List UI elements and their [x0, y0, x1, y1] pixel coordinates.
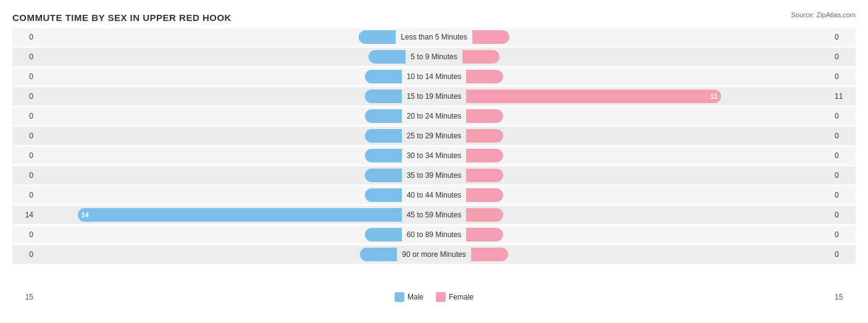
row-label: 30 to 34 Minutes — [402, 151, 467, 160]
female-value: 0 — [831, 72, 856, 81]
male-bar-half — [37, 90, 402, 103]
bar-section: 90 or more Minutes — [37, 245, 831, 264]
axis-right-label: 15 — [831, 293, 856, 301]
male-bar-half — [37, 109, 402, 123]
bar-section: 40 to 44 Minutes — [37, 186, 831, 204]
female-value: 0 — [831, 230, 856, 239]
male-value: 0 — [12, 230, 37, 239]
male-bar-half — [37, 188, 402, 202]
bar-section: 20 to 24 Minutes — [37, 107, 831, 125]
chart-container: COMMUTE TIME BY SEX IN UPPER RED HOOK So… — [0, 0, 868, 323]
female-value: 0 — [831, 171, 856, 180]
row-label: 45 to 59 Minutes — [402, 211, 467, 219]
chart-row: 020 to 24 Minutes0 — [12, 107, 856, 125]
row-label: 35 to 39 Minutes — [402, 171, 467, 180]
bar-section: 25 to 29 Minutes — [37, 127, 831, 145]
male-value: 0 — [12, 52, 37, 61]
male-value: 0 — [12, 132, 37, 140]
bar-section: 60 to 89 Minutes — [37, 225, 831, 244]
bar-row-inner: 60 to 89 Minutes — [37, 225, 831, 244]
male-bar-half — [37, 70, 402, 83]
bar-row-inner: 25 to 29 Minutes — [37, 127, 831, 145]
female-bar-badge: 11 — [710, 93, 721, 100]
male-bar-half — [37, 149, 402, 162]
bar-row-inner: 35 to 39 Minutes — [37, 166, 831, 185]
male-bar — [365, 70, 402, 83]
male-bar — [360, 248, 397, 261]
bar-section: 5 to 9 Minutes — [37, 48, 831, 66]
bar-row-inner: 90 or more Minutes — [37, 245, 831, 264]
female-bar — [466, 228, 503, 241]
male-value: 0 — [12, 191, 37, 199]
chart-row: 141445 to 59 Minutes0 — [12, 206, 856, 224]
female-bar-half — [466, 208, 831, 222]
female-value: 0 — [831, 33, 856, 41]
row-label: 40 to 44 Minutes — [402, 191, 467, 199]
chart-title: COMMUTE TIME BY SEX IN UPPER RED HOOK — [12, 12, 856, 23]
bar-row-inner: 15 to 19 Minutes11 — [37, 87, 831, 106]
row-label: 25 to 29 Minutes — [402, 132, 467, 140]
legend-female: Female — [436, 292, 474, 302]
female-bar-half — [466, 129, 831, 143]
male-bar-half — [37, 228, 402, 241]
male-value: 0 — [12, 151, 37, 160]
chart-row: 0Less than 5 Minutes0 — [12, 28, 856, 46]
female-value: 0 — [831, 191, 856, 199]
chart-row: 010 to 14 Minutes0 — [12, 67, 856, 86]
bar-row-inner: 30 to 34 Minutes — [37, 146, 831, 165]
male-bar — [365, 129, 402, 143]
male-bar-badge: 14 — [78, 211, 89, 219]
legend-female-box — [436, 292, 446, 302]
male-bar — [359, 30, 396, 44]
axis-left-label: 15 — [12, 293, 37, 301]
female-value: 0 — [831, 151, 856, 160]
bar-row-inner: 20 to 24 Minutes — [37, 107, 831, 125]
chart-row: 030 to 34 Minutes0 — [12, 146, 856, 165]
row-label: Less than 5 Minutes — [396, 33, 472, 41]
female-bar-half — [471, 248, 831, 261]
female-value: 0 — [831, 132, 856, 140]
female-bar — [466, 70, 503, 83]
female-bar — [466, 109, 503, 123]
female-bar-half — [472, 30, 831, 44]
row-label: 15 to 19 Minutes — [402, 92, 467, 101]
male-bar — [365, 109, 402, 123]
bar-section: 35 to 39 Minutes — [37, 166, 831, 185]
bar-section: Less than 5 Minutes — [37, 28, 831, 46]
male-value: 14 — [12, 211, 37, 219]
bar-section: 10 to 14 Minutes — [37, 67, 831, 86]
legend-male: Male — [394, 292, 424, 302]
legend-female-label: Female — [449, 293, 474, 301]
female-bar-half — [466, 169, 831, 182]
chart-row: 015 to 19 Minutes1111 — [12, 87, 856, 106]
row-label: 10 to 14 Minutes — [402, 72, 467, 81]
female-bar-half — [462, 50, 831, 64]
female-value: 0 — [831, 52, 856, 61]
row-label: 90 or more Minutes — [397, 250, 470, 259]
male-value: 0 — [12, 92, 37, 101]
female-value: 11 — [831, 92, 856, 101]
female-bar-half — [466, 149, 831, 162]
female-bar-half — [466, 228, 831, 241]
male-value: 0 — [12, 72, 37, 81]
female-bar — [466, 188, 503, 202]
male-bar-half: 14 — [37, 208, 402, 222]
chart-row: 060 to 89 Minutes0 — [12, 225, 856, 244]
row-label: 60 to 89 Minutes — [402, 230, 467, 239]
chart-row: 05 to 9 Minutes0 — [12, 48, 856, 66]
male-bar — [365, 149, 402, 162]
row-label: 5 to 9 Minutes — [406, 52, 462, 61]
female-bar-half — [466, 70, 831, 83]
chart-row: 035 to 39 Minutes0 — [12, 166, 856, 185]
female-bar — [462, 50, 499, 64]
bar-section: 15 to 19 Minutes11 — [37, 87, 831, 106]
row-label: 20 to 24 Minutes — [402, 112, 467, 120]
male-bar — [365, 228, 402, 241]
female-value: 0 — [831, 112, 856, 120]
female-value: 0 — [831, 250, 856, 259]
legend: Male Female — [37, 292, 831, 302]
male-value: 0 — [12, 33, 37, 41]
chart-row: 090 or more Minutes0 — [12, 245, 856, 264]
female-bar — [472, 30, 509, 44]
female-bar-half: 11 — [466, 90, 831, 103]
